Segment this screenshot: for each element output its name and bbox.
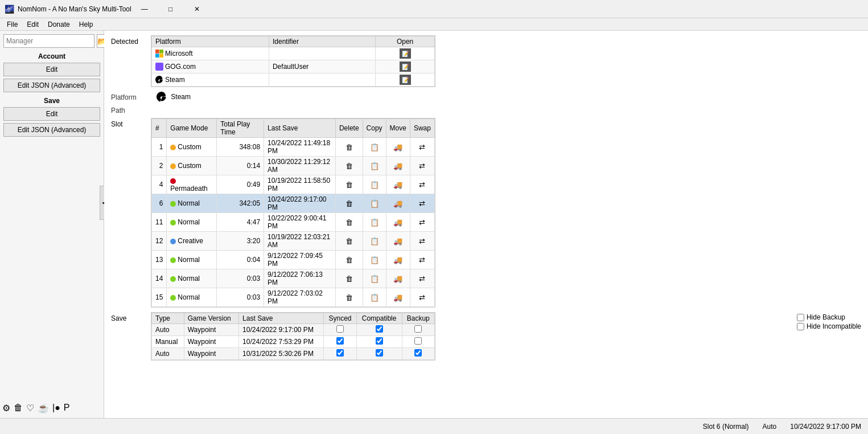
slot-mode-cell: Custom bbox=[167, 138, 217, 157]
kofi-icon[interactable]: ☕ bbox=[38, 403, 49, 413]
heart-icon[interactable]: ♡ bbox=[26, 403, 34, 413]
detected-identifier-cell: DefaultUser bbox=[269, 60, 375, 73]
slot-playtime-cell: 348:08 bbox=[217, 138, 264, 157]
slot-swap-button[interactable]: ⇄ bbox=[417, 292, 427, 302]
slot-swap-button[interactable]: ⇄ bbox=[417, 142, 427, 152]
slot-playtime-cell: 0:14 bbox=[217, 157, 264, 175]
slot-lastsave-cell: 10/19/2022 12:03:21 AM bbox=[264, 232, 336, 251]
save-synced-checkbox[interactable] bbox=[336, 337, 344, 345]
slot-swap-button[interactable]: ⇄ bbox=[417, 161, 427, 171]
detected-open-button[interactable]: 📝 bbox=[400, 62, 411, 72]
hide-incompatible-option: Hide Incompatible bbox=[797, 322, 861, 330]
save-version-cell: Waypoint bbox=[184, 336, 238, 348]
steam-icon bbox=[157, 92, 167, 102]
slot-swap-button[interactable]: ⇄ bbox=[417, 273, 427, 284]
slot-move-button[interactable]: 🚚 bbox=[393, 142, 403, 152]
slot-move-button[interactable]: 🚚 bbox=[393, 161, 403, 171]
slot-swap-button[interactable]: ⇄ bbox=[417, 236, 427, 246]
maximize-button[interactable]: □ bbox=[158, 0, 184, 18]
detected-platform-cell: Steam bbox=[152, 73, 269, 87]
save-edit-json-button[interactable]: Edit JSON (Advanced) bbox=[3, 123, 100, 137]
status-type: Auto bbox=[763, 423, 777, 431]
slot-swap-cell: ⇄ bbox=[410, 269, 434, 288]
save-compatible-checkbox[interactable] bbox=[376, 349, 383, 357]
slot-delete-button[interactable]: 🗑 bbox=[344, 161, 354, 171]
slot-col-swap: Swap bbox=[410, 119, 434, 138]
save-backup-checkbox[interactable] bbox=[414, 337, 422, 345]
discord-icon[interactable]: ⚙ bbox=[2, 403, 10, 413]
save-lastsave-cell: 10/24/2022 9:17:00 PM bbox=[239, 324, 324, 336]
hide-backup-checkbox[interactable] bbox=[797, 314, 804, 321]
slot-copy-button[interactable]: 📋 bbox=[369, 198, 380, 208]
save-compatible-checkbox[interactable] bbox=[376, 325, 383, 333]
detected-content: Platform Identifier Open Microsoft 📝 GOG… bbox=[151, 35, 861, 87]
slot-move-button[interactable]: 🚚 bbox=[393, 255, 403, 265]
detected-open-button[interactable]: 📝 bbox=[400, 48, 411, 59]
platform-text: Steam bbox=[171, 93, 191, 101]
slot-copy-button[interactable]: 📋 bbox=[369, 142, 380, 152]
save-type-cell: Auto bbox=[152, 324, 184, 336]
save-compatible-checkbox[interactable] bbox=[376, 337, 383, 345]
slot-swap-button[interactable]: ⇄ bbox=[417, 217, 427, 227]
save-col-backup: Backup bbox=[402, 313, 434, 324]
slot-move-cell: 🚚 bbox=[386, 288, 410, 307]
hide-incompatible-checkbox[interactable] bbox=[797, 323, 804, 330]
slot-delete-cell: 🗑 bbox=[335, 157, 363, 175]
menu-edit[interactable]: Edit bbox=[22, 19, 43, 30]
menu-help[interactable]: Help bbox=[75, 19, 98, 30]
save-version-cell: Waypoint bbox=[184, 324, 238, 336]
slot-copy-button[interactable]: 📋 bbox=[369, 236, 380, 246]
slot-lastsave-cell: 9/12/2022 7:06:13 PM bbox=[264, 269, 336, 288]
save-edit-button[interactable]: Edit bbox=[3, 107, 100, 121]
slot-move-button[interactable]: 🚚 bbox=[393, 236, 403, 246]
account-edit-button[interactable]: Edit bbox=[3, 63, 100, 76]
account-edit-json-button[interactable]: Edit JSON (Advanced) bbox=[3, 79, 100, 92]
menu-file[interactable]: File bbox=[2, 19, 22, 30]
slot-delete-button[interactable]: 🗑 bbox=[344, 217, 354, 227]
slot-swap-button[interactable]: ⇄ bbox=[417, 255, 427, 265]
coffee-icon[interactable]: 🗑 bbox=[14, 403, 23, 413]
slot-move-button[interactable]: 🚚 bbox=[393, 292, 403, 302]
slot-playtime-cell: 0:49 bbox=[217, 175, 264, 194]
slot-lastsave-cell: 9/12/2022 7:03:02 PM bbox=[264, 288, 336, 307]
slot-delete-cell: 🗑 bbox=[335, 213, 363, 232]
slot-col-move: Move bbox=[386, 119, 410, 138]
slot-move-button[interactable]: 🚚 bbox=[393, 179, 403, 190]
save-backup-checkbox[interactable] bbox=[414, 325, 422, 333]
left-panel: 📂 Account Edit Edit JSON (Advanced) Save… bbox=[0, 31, 104, 418]
slot-delete-button[interactable]: 🗑 bbox=[344, 255, 354, 265]
slot-move-cell: 🚚 bbox=[386, 213, 410, 232]
paypal-icon[interactable]: P bbox=[64, 403, 70, 413]
slot-swap-button[interactable]: ⇄ bbox=[417, 198, 427, 208]
slot-swap-cell: ⇄ bbox=[410, 175, 434, 194]
menu-donate[interactable]: Donate bbox=[43, 19, 75, 30]
slot-delete-button[interactable]: 🗑 bbox=[344, 273, 354, 284]
slot-move-button[interactable]: 🚚 bbox=[393, 273, 403, 284]
slot-copy-button[interactable]: 📋 bbox=[369, 273, 380, 284]
patreon-icon[interactable]: |● bbox=[52, 403, 60, 413]
slot-copy-button[interactable]: 📋 bbox=[369, 255, 380, 265]
detected-open-button[interactable]: 📝 bbox=[400, 75, 411, 85]
save-synced-checkbox[interactable] bbox=[336, 349, 344, 357]
slot-move-button[interactable]: 🚚 bbox=[393, 217, 403, 227]
manager-input[interactable] bbox=[3, 34, 94, 48]
slot-swap-button[interactable]: ⇄ bbox=[417, 179, 427, 190]
slot-delete-cell: 🗑 bbox=[335, 194, 363, 213]
save-lastsave-cell: 10/24/2022 7:53:29 PM bbox=[239, 336, 324, 348]
slot-playtime-cell: 0:03 bbox=[217, 269, 264, 288]
slot-copy-button[interactable]: 📋 bbox=[369, 217, 380, 227]
close-button[interactable]: ✕ bbox=[184, 0, 210, 18]
slot-delete-button[interactable]: 🗑 bbox=[344, 142, 354, 152]
slot-delete-button[interactable]: 🗑 bbox=[344, 236, 354, 246]
slot-delete-button[interactable]: 🗑 bbox=[344, 179, 354, 190]
slot-delete-button[interactable]: 🗑 bbox=[344, 198, 354, 208]
slot-copy-button[interactable]: 📋 bbox=[369, 179, 380, 190]
minimize-button[interactable]: — bbox=[131, 0, 158, 18]
slot-move-button[interactable]: 🚚 bbox=[393, 198, 403, 208]
slot-delete-cell: 🗑 bbox=[335, 232, 363, 251]
save-backup-checkbox[interactable] bbox=[414, 349, 422, 357]
slot-delete-button[interactable]: 🗑 bbox=[344, 292, 354, 302]
slot-copy-button[interactable]: 📋 bbox=[369, 292, 380, 302]
save-synced-checkbox[interactable] bbox=[336, 325, 344, 333]
slot-copy-button[interactable]: 📋 bbox=[369, 161, 380, 171]
